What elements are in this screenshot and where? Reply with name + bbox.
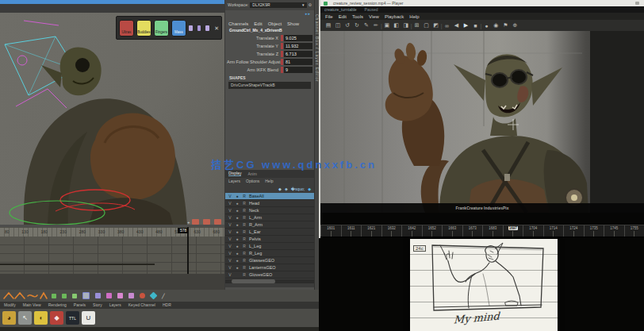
tab-anim[interactable]: Anim	[247, 172, 256, 176]
paint-icon[interactable]: ◖	[34, 311, 48, 325]
shelf-menu-item[interactable]: Keyed Channel	[128, 303, 155, 307]
shape-node-name[interactable]: DrivCurveShapeVTrackB	[228, 82, 311, 89]
tangent-preset-icons[interactable]	[2, 291, 48, 301]
menu-help[interactable]: Help	[409, 14, 419, 19]
mute-icon[interactable]	[140, 293, 145, 298]
pencil-icon[interactable]: ╱	[162, 294, 165, 298]
channel-value-field[interactable]: 9.025	[284, 35, 312, 41]
selected-object-name[interactable]: GroundCtrl_Ms_4_xDrivenB	[225, 27, 314, 34]
frame-cell[interactable]: 1724	[563, 225, 584, 237]
menu-show[interactable]: Show	[287, 21, 299, 26]
shelf-menu-item[interactable]: Modify	[4, 303, 16, 307]
layer-row[interactable]: V●RR_Leg	[225, 250, 315, 257]
tab-display[interactable]: Display	[228, 171, 241, 176]
layout-single-icon[interactable]: ▣	[382, 22, 392, 29]
graph-button[interactable]	[214, 219, 221, 225]
cursor-icon[interactable]: ↖	[18, 311, 32, 325]
channel-value-field[interactable]: 81	[284, 59, 312, 65]
new-layer-icon[interactable]: ◆	[278, 187, 282, 191]
current-frame-cell[interactable]: 1697	[503, 225, 523, 237]
marker-icon[interactable]: ◉	[491, 22, 500, 29]
close-icon[interactable]: ✕	[214, 25, 219, 31]
graph-button[interactable]	[203, 219, 210, 225]
picker-button-red[interactable]: Ultras	[119, 20, 134, 37]
frame-cell[interactable]: 1745	[604, 225, 624, 237]
buffer-icon[interactable]	[82, 292, 90, 299]
layer-row[interactable]: V●RHead	[225, 200, 315, 207]
workspace-dropdown[interactable]: DLX2K9R▾	[250, 2, 306, 8]
graph-editor-grid[interactable]	[0, 237, 224, 274]
layer-row[interactable]: V●RPelvis	[225, 236, 315, 243]
menu-layers[interactable]: Layers	[228, 179, 240, 183]
loop-icon[interactable]: ∞	[442, 23, 451, 29]
layer-row[interactable]: V●RR_Arm	[225, 221, 315, 229]
undo-icon[interactable]: ↺	[343, 22, 352, 29]
player-titlebar[interactable]: creature_review_session.mp4 — Player	[320, 0, 644, 6]
zoom-icon[interactable]: ⊕	[510, 22, 519, 29]
layer-scrollbar[interactable]	[225, 279, 315, 283]
frame-cell[interactable]: 1714	[543, 225, 564, 237]
lattice-icon[interactable]	[106, 293, 112, 298]
picker-tool-icon[interactable]	[205, 25, 209, 31]
move-tool-icon[interactable]: +	[187, 220, 190, 225]
graph-button[interactable]	[192, 219, 199, 225]
frame-cell[interactable]: 1683	[482, 225, 503, 237]
picker-tool-icon[interactable]	[189, 25, 193, 31]
save-icon[interactable]: ◫	[333, 22, 343, 29]
shelf-menu-item[interactable]: Main View	[23, 303, 41, 307]
fullscreen-icon[interactable]: ▢	[422, 22, 431, 29]
frame-cell[interactable]: 1755	[624, 225, 644, 237]
flag-icon[interactable]: ⚑	[500, 22, 510, 29]
shelf-menu-item[interactable]: Story	[93, 303, 102, 307]
frame-cell[interactable]: 1601	[320, 225, 341, 237]
new-layer-selected-icon[interactable]: ◈	[285, 187, 288, 191]
layer-row[interactable]: V●RGlassesGEO	[225, 257, 315, 264]
render-viewer[interactable]: FrankCreature IndustriesPix	[320, 31, 644, 213]
play-icon[interactable]: ▶	[461, 22, 470, 29]
layer-row[interactable]: V RGlovesGEO	[225, 271, 315, 279]
channel-value-field[interactable]: 9	[284, 67, 312, 73]
record-icon[interactable]: ●	[481, 23, 491, 29]
key-icon[interactable]	[52, 294, 56, 298]
zbrush-icon[interactable]: ◆	[50, 311, 63, 325]
frame-cell[interactable]: 1652	[422, 225, 443, 237]
panel-collapse-arrows-icon[interactable]: ▸▸	[305, 12, 311, 16]
open-icon[interactable]: ▤	[324, 22, 333, 29]
layer-row[interactable]: V●RNeck	[225, 207, 315, 214]
workspace-gear-icon[interactable]: ⚙	[309, 3, 312, 7]
shelf-menu-item[interactable]: Rendering	[48, 303, 67, 307]
picker-tool-icon[interactable]	[197, 25, 201, 31]
paint-icon[interactable]	[128, 293, 134, 298]
menu-object[interactable]: Object	[268, 21, 282, 26]
key-icon[interactable]	[62, 294, 67, 298]
stop-icon[interactable]: ■	[470, 23, 480, 29]
snap-icon[interactable]	[95, 293, 101, 298]
picker-button-green[interactable]: Fingers	[154, 20, 169, 37]
picker-button-blue[interactable]: Mass	[171, 20, 186, 37]
menu-options[interactable]: Options	[246, 179, 259, 183]
empty-layer-icon[interactable]: ◆	[308, 187, 311, 191]
layout-split-icon[interactable]: ◧	[392, 22, 401, 29]
shelf-menu-item[interactable]: HDR	[163, 303, 171, 307]
frame-cell[interactable]: 1663	[442, 225, 462, 237]
layer-row[interactable]: V●RBaseAll	[225, 193, 315, 200]
lattice-icon[interactable]	[117, 293, 123, 298]
shelf-menu-item[interactable]: Layers	[109, 303, 121, 307]
layer-row[interactable]: V●RL_Arm	[225, 214, 315, 221]
menu-file[interactable]: File	[325, 14, 333, 19]
menu-edit[interactable]: Edit	[339, 14, 347, 19]
menu-tools[interactable]: Tools	[352, 14, 363, 19]
menu-channels[interactable]: Channels	[228, 21, 248, 26]
layout-right-icon[interactable]: ◨	[401, 22, 411, 29]
frame-cell[interactable]: 1642	[401, 225, 422, 237]
frame-cell[interactable]: 1673	[462, 225, 483, 237]
frame-cell[interactable]: 1735	[584, 225, 604, 237]
redo-icon[interactable]: ↻	[352, 22, 362, 29]
grid-view-icon[interactable]: ⊞	[412, 22, 422, 29]
pen-icon[interactable]: ✏	[371, 22, 381, 29]
menu-help[interactable]: Help	[265, 179, 273, 183]
menu-edit[interactable]: Edit	[254, 21, 262, 26]
channel-value-field[interactable]: 6.713	[284, 51, 312, 57]
picker-button-yellow[interactable]: Buddies	[136, 20, 151, 37]
timeline-ruler[interactable]: 80 130 180 230 280 330 380 430 480 530 6…	[0, 227, 224, 237]
